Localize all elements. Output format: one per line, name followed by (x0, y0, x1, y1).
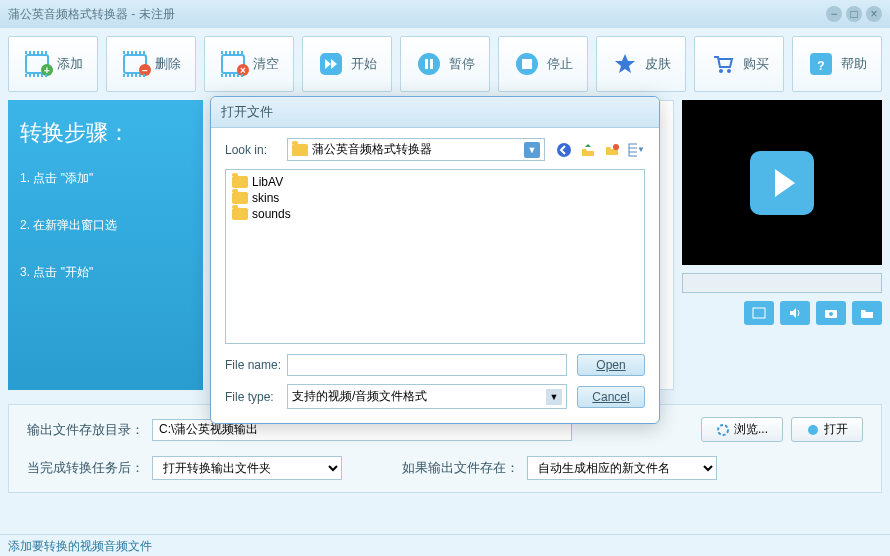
filename-input[interactable] (287, 354, 567, 376)
after-task-label: 当完成转换任务后： (27, 459, 144, 477)
buy-label: 购买 (743, 55, 769, 73)
help-button[interactable]: ? 帮助 (792, 36, 882, 92)
folder-icon (232, 208, 248, 220)
maximize-button[interactable]: □ (846, 6, 862, 22)
svg-point-15 (557, 143, 571, 157)
svg-rect-2 (425, 59, 428, 69)
browse-button[interactable]: 浏览... (701, 417, 783, 442)
list-item[interactable]: sounds (230, 206, 640, 222)
svg-rect-3 (430, 59, 433, 69)
star-icon (611, 50, 639, 78)
minimize-button[interactable]: − (826, 6, 842, 22)
list-item[interactable]: LibAV (230, 174, 640, 190)
steps-heading: 转换步骤： (20, 118, 191, 148)
clear-button[interactable]: × 清空 (204, 36, 294, 92)
svg-rect-5 (522, 59, 532, 69)
nav-newfolder-button[interactable] (603, 141, 621, 159)
file-open-dialog: 打开文件 Look in: 蒲公英音频格式转换器 ▼ ▼ LibAV skins… (210, 96, 660, 424)
stop-label: 停止 (547, 55, 573, 73)
chevron-down-icon: ▼ (524, 142, 540, 158)
start-button[interactable]: 开始 (302, 36, 392, 92)
preview-screen (682, 100, 882, 265)
stop-button[interactable]: 停止 (498, 36, 588, 92)
help-icon: ? (807, 50, 835, 78)
add-label: 添加 (57, 55, 83, 73)
close-button[interactable]: × (866, 6, 882, 22)
after-task-select[interactable]: 打开转换输出文件夹 (152, 456, 342, 480)
folder-icon (232, 192, 248, 204)
pause-icon (415, 50, 443, 78)
delete-icon: − (121, 50, 149, 78)
delete-button[interactable]: − 删除 (106, 36, 196, 92)
browse-icon (716, 423, 730, 437)
app-title: 蒲公英音频格式转换器 - 未注册 (8, 6, 175, 23)
svg-point-12 (829, 312, 833, 316)
preview-panel (682, 100, 882, 390)
open-button[interactable]: Open (577, 354, 645, 376)
svg-rect-17 (629, 144, 637, 156)
play-icon (750, 151, 814, 215)
svg-point-1 (418, 53, 440, 75)
step-2: 2. 在新弹出窗口选 (20, 217, 191, 234)
filetype-combo[interactable]: 支持的视频/音频文件格式 ▼ (287, 384, 567, 409)
output-dir-label: 输出文件存放目录： (27, 421, 144, 439)
svg-point-14 (808, 425, 818, 435)
if-exists-select[interactable]: 自动生成相应的新文件名 (527, 456, 717, 480)
cart-icon (709, 50, 737, 78)
skin-button[interactable]: 皮肤 (596, 36, 686, 92)
clear-label: 清空 (253, 55, 279, 73)
filename-label: File name: (225, 358, 287, 372)
folder-button[interactable] (852, 301, 882, 325)
svg-point-13 (718, 425, 728, 435)
svg-text:?: ? (817, 59, 824, 73)
svg-point-6 (719, 69, 723, 73)
add-button[interactable]: + 添加 (8, 36, 98, 92)
add-icon: + (23, 50, 51, 78)
step-3: 3. 点击 "开始" (20, 264, 191, 281)
snapshot-button[interactable] (816, 301, 846, 325)
skin-label: 皮肤 (645, 55, 671, 73)
nav-view-button[interactable]: ▼ (627, 141, 645, 159)
help-label: 帮助 (841, 55, 867, 73)
pause-button[interactable]: 暂停 (400, 36, 490, 92)
folder-icon (292, 144, 308, 156)
titlebar: 蒲公英音频格式转换器 - 未注册 − □ × (0, 0, 890, 28)
pause-label: 暂停 (449, 55, 475, 73)
stop-icon (513, 50, 541, 78)
volume-button[interactable] (780, 301, 810, 325)
step-1: 1. 点击 "添加" (20, 170, 191, 187)
preview-progress[interactable] (682, 273, 882, 293)
cancel-button[interactable]: Cancel (577, 386, 645, 408)
dialog-title: 打开文件 (211, 97, 659, 128)
svg-rect-10 (753, 308, 765, 318)
lookin-combo[interactable]: 蒲公英音频格式转换器 ▼ (287, 138, 545, 161)
nav-back-button[interactable] (555, 141, 573, 159)
lookin-label: Look in: (225, 143, 287, 157)
start-icon (317, 50, 345, 78)
if-exists-label: 如果输出文件存在： (402, 459, 519, 477)
toolbar: + 添加 − 删除 × 清空 开始 暂停 停止 皮肤 购买 ? 帮助 (0, 28, 890, 100)
clear-icon: × (219, 50, 247, 78)
filetype-label: File type: (225, 390, 287, 404)
nav-up-button[interactable] (579, 141, 597, 159)
start-label: 开始 (351, 55, 377, 73)
delete-label: 删除 (155, 55, 181, 73)
status-bar: 添加要转换的视频音频文件 (0, 534, 890, 556)
steps-panel: 转换步骤： 1. 点击 "添加" 2. 在新弹出窗口选 3. 点击 "开始" (8, 100, 203, 390)
svg-point-16 (613, 144, 619, 150)
chevron-down-icon: ▼ (546, 389, 562, 405)
svg-point-7 (727, 69, 731, 73)
screen-mode-button[interactable] (744, 301, 774, 325)
file-list[interactable]: LibAV skins sounds (225, 169, 645, 344)
folder-icon (232, 176, 248, 188)
buy-button[interactable]: 购买 (694, 36, 784, 92)
open-output-button[interactable]: 打开 (791, 417, 863, 442)
list-item[interactable]: skins (230, 190, 640, 206)
open-icon (806, 423, 820, 437)
